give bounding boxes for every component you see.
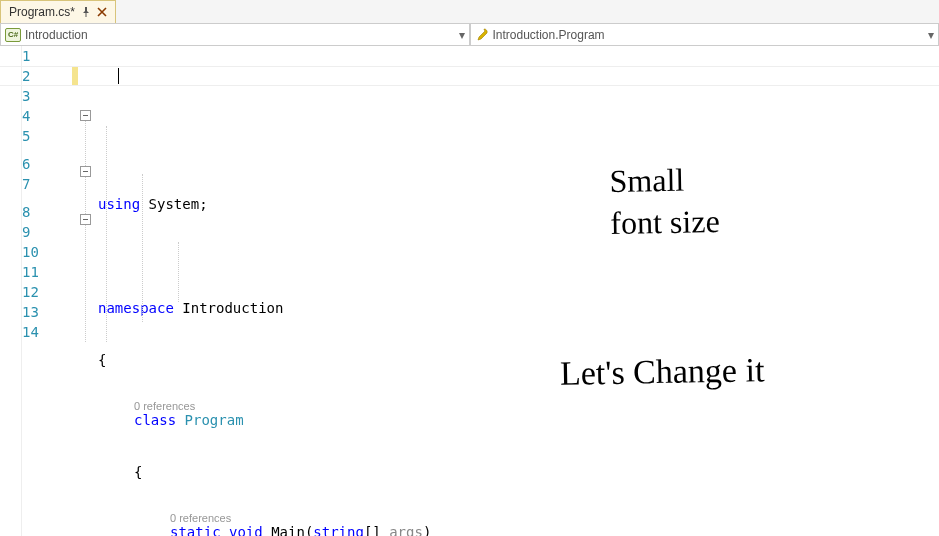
line-number: 2 (22, 66, 30, 86)
code-text: using (98, 194, 140, 214)
line-number: 14 (22, 322, 39, 342)
document-tab-program[interactable]: Program.cs* (0, 0, 116, 23)
line-number: 10 (22, 242, 39, 262)
code-text: Main( (263, 522, 314, 536)
code-text: { (98, 350, 106, 370)
codelens-references[interactable]: 0 references (134, 396, 195, 416)
scope-dropdown-namespace[interactable]: C# Introduction ▾ (0, 24, 470, 45)
csharp-icon: C# (5, 28, 21, 42)
line-number: 7 (22, 174, 30, 194)
line-number: 9 (22, 222, 30, 242)
line-number: 11 (22, 262, 39, 282)
code-text: [] (364, 522, 389, 536)
line-number: 3 (22, 86, 30, 106)
codelens-references[interactable]: 0 references (170, 508, 231, 528)
annotation-text: Small (609, 159, 719, 202)
document-tab-bar: Program.cs* (0, 0, 939, 24)
pin-icon[interactable] (81, 7, 91, 17)
line-number: 6 (22, 154, 30, 174)
scope-namespace-label: Introduction (25, 28, 455, 42)
navigation-bar: C# Introduction ▾ Introduction.Program ▾ (0, 24, 939, 46)
line-number: 13 (22, 302, 39, 322)
outline-margin (78, 46, 98, 536)
code-text: args (389, 522, 423, 536)
code-text: namespace (98, 298, 174, 318)
handwriting-annotation: Small font size (609, 159, 720, 244)
code-text: { (134, 462, 142, 482)
tab-title: Program.cs* (9, 5, 75, 19)
chevron-down-icon: ▾ (459, 28, 465, 42)
indicator-margin (0, 46, 22, 536)
code-text: string (313, 522, 364, 536)
annotation-text: font size (610, 201, 720, 244)
line-number: 1 (22, 46, 30, 66)
fold-toggle[interactable] (80, 166, 91, 177)
class-icon (475, 28, 489, 42)
code-text: System; (140, 194, 207, 214)
scope-class-label: Introduction.Program (493, 28, 925, 42)
line-number-gutter: 1 2 3 4 5 6 7 8 9 10 11 12 13 14 (22, 46, 72, 536)
line-number: 5 (22, 126, 30, 146)
code-text: Introduction (174, 298, 284, 318)
annotation-text: Let's Change it (560, 348, 765, 396)
chevron-down-icon: ▾ (928, 28, 934, 42)
line-number: 12 (22, 282, 39, 302)
code-text: ) (423, 522, 431, 536)
fold-toggle[interactable] (80, 214, 91, 225)
fold-toggle[interactable] (80, 110, 91, 121)
close-icon[interactable] (97, 7, 107, 17)
scope-dropdown-class[interactable]: Introduction.Program ▾ (470, 24, 940, 45)
code-editor[interactable]: 1 2 3 4 5 6 7 8 9 10 11 12 13 14 (0, 46, 939, 536)
line-number: 8 (22, 202, 30, 222)
code-area[interactable]: using System; namespace Introduction { 0… (98, 46, 939, 536)
handwriting-annotation: Let's Change it (560, 348, 765, 396)
line-number: 4 (22, 106, 30, 126)
